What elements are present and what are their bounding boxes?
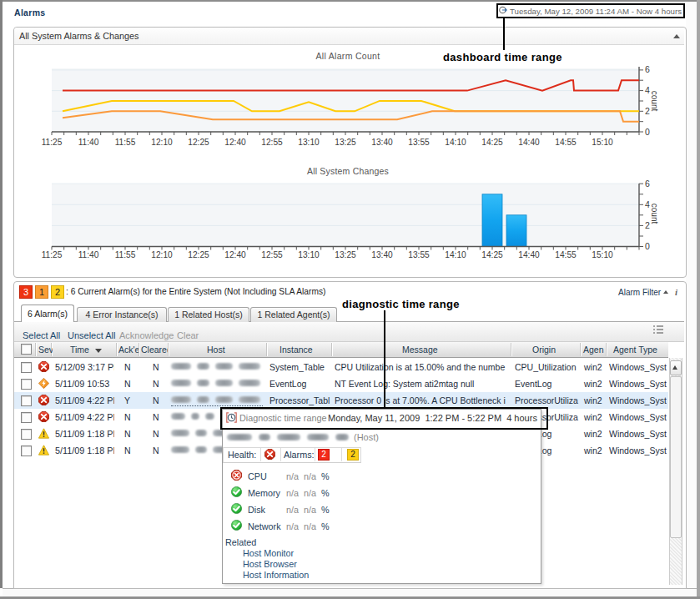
svg-text:0: 0 bbox=[645, 127, 650, 137]
svg-text:13:10: 13:10 bbox=[298, 138, 320, 147]
svg-text:13:55: 13:55 bbox=[408, 250, 430, 259]
svg-text:6: 6 bbox=[645, 64, 650, 74]
svg-text:0: 0 bbox=[645, 241, 650, 251]
svg-text:13:10: 13:10 bbox=[298, 250, 320, 259]
svg-text:12:10: 12:10 bbox=[151, 250, 173, 259]
svg-text:12:25: 12:25 bbox=[188, 250, 209, 259]
svg-text:12:40: 12:40 bbox=[224, 250, 246, 259]
svg-text:count: count bbox=[650, 91, 659, 112]
svg-text:13:40: 13:40 bbox=[371, 138, 393, 147]
svg-text:4: 4 bbox=[645, 85, 650, 95]
svg-text:11:40: 11:40 bbox=[78, 250, 99, 259]
svg-text:11:55: 11:55 bbox=[115, 250, 136, 259]
svg-text:All System Changes: All System Changes bbox=[307, 166, 389, 176]
svg-text:11:25: 11:25 bbox=[42, 250, 63, 259]
svg-text:14:25: 14:25 bbox=[481, 138, 503, 147]
svg-text:13:55: 13:55 bbox=[408, 138, 430, 147]
svg-text:14:10: 14:10 bbox=[445, 138, 466, 147]
svg-text:14:55: 14:55 bbox=[555, 138, 577, 147]
svg-text:14:55: 14:55 bbox=[555, 250, 577, 259]
svg-text:14:40: 14:40 bbox=[518, 250, 540, 259]
svg-text:4: 4 bbox=[645, 199, 650, 209]
svg-text:count: count bbox=[650, 204, 659, 224]
svg-text:15:10: 15:10 bbox=[592, 138, 613, 147]
svg-text:12:55: 12:55 bbox=[261, 138, 283, 147]
svg-text:12:55: 12:55 bbox=[261, 250, 283, 259]
svg-text:14:40: 14:40 bbox=[518, 138, 540, 147]
svg-text:All Alarm Count: All Alarm Count bbox=[316, 51, 380, 61]
svg-text:14:25: 14:25 bbox=[481, 250, 503, 259]
svg-text:11:55: 11:55 bbox=[115, 138, 136, 147]
svg-text:13:25: 13:25 bbox=[335, 138, 356, 147]
svg-text:2: 2 bbox=[645, 220, 650, 230]
svg-text:11:25: 11:25 bbox=[42, 138, 63, 147]
svg-text:2: 2 bbox=[645, 106, 650, 116]
svg-text:13:40: 13:40 bbox=[371, 250, 393, 259]
svg-text:14:10: 14:10 bbox=[445, 250, 466, 259]
svg-text:13:25: 13:25 bbox=[335, 250, 356, 259]
svg-text:12:10: 12:10 bbox=[151, 138, 173, 147]
svg-text:6: 6 bbox=[645, 179, 650, 189]
svg-text:15:10: 15:10 bbox=[592, 250, 613, 259]
svg-text:12:40: 12:40 bbox=[224, 138, 246, 147]
svg-text:11:40: 11:40 bbox=[78, 138, 99, 147]
svg-text:12:25: 12:25 bbox=[188, 138, 209, 147]
